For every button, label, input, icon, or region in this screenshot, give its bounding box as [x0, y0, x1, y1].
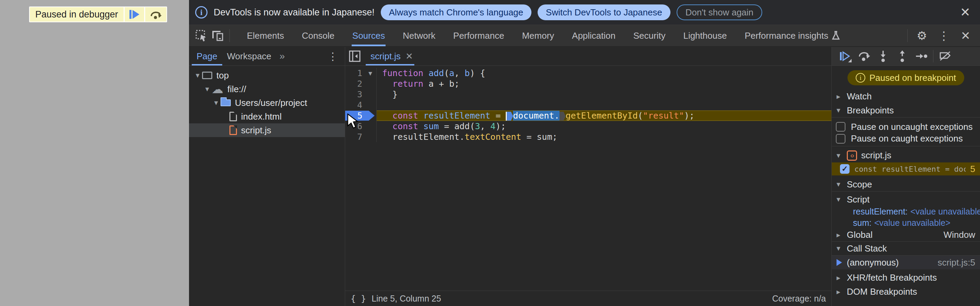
code-line-7[interactable]: 7 resultElement.textContent = sum;: [345, 132, 831, 142]
coverage-status: Coverage: n/a: [772, 294, 826, 304]
close-tab-icon[interactable]: ✕: [406, 51, 413, 62]
mouse-cursor: [347, 113, 360, 129]
step-button[interactable]: [912, 48, 931, 64]
code-text[interactable]: return a + b;: [377, 78, 831, 89]
line-number[interactable]: 7: [345, 132, 364, 142]
code-token: [382, 111, 392, 121]
tab-network[interactable]: Network: [394, 25, 444, 46]
breakpoint-group-script-js[interactable]: ▾ ‹› script.js: [832, 148, 980, 163]
scope-global-group[interactable]: ▸ Global Window: [832, 229, 980, 242]
checkbox-unchecked[interactable]: [836, 122, 845, 132]
close-devtools-icon[interactable]: ✕: [955, 29, 976, 43]
tree-item-script-js[interactable]: script.js: [189, 123, 345, 137]
more-tabs-icon[interactable]: »: [276, 51, 288, 62]
tab-elements[interactable]: Elements: [238, 25, 293, 46]
code-token: (: [444, 68, 449, 78]
kebab-menu-icon[interactable]: ⋮: [933, 29, 955, 43]
code-text[interactable]: function add(a, b) {: [377, 68, 831, 78]
step-out-button[interactable]: [892, 48, 912, 64]
tree-item-label: script.js: [241, 125, 271, 136]
expanded-arrow-icon: ▾: [837, 106, 847, 115]
inline-breakpoint-marker[interactable]: [507, 112, 513, 121]
code-text[interactable]: }: [377, 89, 831, 100]
tab-security[interactable]: Security: [625, 25, 675, 46]
scope-variable-resultelement[interactable]: resultElement: <value unavailable>: [832, 206, 980, 217]
tab-console[interactable]: Console: [293, 25, 343, 46]
code-line-1[interactable]: 1▼function add(a, b) {: [345, 68, 831, 78]
scope-variable-sum[interactable]: sum: <value unavailable>: [832, 217, 980, 229]
step-over-button[interactable]: [854, 48, 873, 64]
tab-lighthouse[interactable]: Lighthouse: [674, 25, 735, 46]
line-number[interactable]: 4: [345, 100, 364, 110]
toggle-device-toolbar-icon[interactable]: [210, 28, 226, 43]
pause-uncaught-exceptions-row[interactable]: Pause on uncaught exceptions: [832, 120, 980, 133]
pretty-print-icon[interactable]: { }: [351, 294, 366, 304]
navigator-kebab-icon[interactable]: ⋮: [324, 50, 342, 62]
code-text[interactable]: [377, 100, 831, 110]
deactivate-breakpoints-button[interactable]: [935, 48, 955, 64]
section-scope[interactable]: ▾ Scope: [832, 177, 980, 191]
code-line-4[interactable]: 4: [345, 100, 831, 110]
tab-performance-insights[interactable]: Performance insights: [736, 25, 849, 46]
code-line-6[interactable]: 6 const sum = add(3, 4);: [345, 121, 831, 132]
section-label: Call Stack: [847, 243, 887, 254]
line-number[interactable]: 2: [345, 78, 364, 89]
code-editor[interactable]: 1▼function add(a, b) {2 return a + b;3 }…: [345, 66, 831, 142]
always-match-language-button[interactable]: Always match Chrome's language: [381, 5, 531, 20]
tree-item-label: index.html: [241, 112, 282, 122]
resume-script-execution-button[interactable]: [835, 48, 854, 64]
expand-arrow-icon[interactable]: ▾: [203, 84, 212, 94]
devtools-screenshot: Paused in debugger i DevTools is now ava…: [0, 0, 980, 306]
editor-tab-script-js[interactable]: script.js ✕: [364, 47, 419, 65]
navigator-tab-workspace[interactable]: Workspace: [222, 47, 276, 65]
line-number[interactable]: 3: [345, 89, 364, 100]
tab-application[interactable]: Application: [563, 25, 624, 46]
tab-performance[interactable]: Performance: [444, 25, 513, 46]
section-call-stack[interactable]: ▾ Call Stack: [832, 242, 980, 256]
tab-memory[interactable]: Memory: [513, 25, 563, 46]
section-dom-breakpoints[interactable]: ▸ DOM Breakpoints: [832, 285, 980, 299]
infobar-close-icon[interactable]: ✕: [957, 5, 974, 19]
language-infobar: i DevTools is now available in Japanese!…: [189, 0, 980, 25]
section-watch[interactable]: ▸ Watch: [832, 89, 980, 104]
checkbox-unchecked[interactable]: [836, 134, 845, 143]
section-label: Breakpoints: [847, 105, 894, 116]
expand-arrow-icon[interactable]: ▾: [212, 98, 221, 107]
code-token: [382, 132, 392, 142]
settings-gear-icon[interactable]: ⚙: [911, 29, 932, 43]
call-stack-frame[interactable]: (anonymous) script.js:5: [832, 256, 980, 269]
tree-item-index-html[interactable]: index.html: [189, 110, 345, 123]
tree-item-label: file://: [228, 84, 246, 94]
step-into-button[interactable]: [873, 48, 892, 64]
breakpoint-entry[interactable]: ✓ const resultElement = doc⋯ 5: [832, 163, 980, 175]
code-line-2[interactable]: 2 return a + b;: [345, 78, 831, 89]
inline-breakpoint-marker[interactable]: [560, 112, 566, 121]
checkbox-checked[interactable]: ✓: [840, 164, 850, 174]
resume-script-button[interactable]: [125, 7, 144, 22]
tree-item-top[interactable]: ▾ top: [189, 69, 345, 82]
expand-arrow-icon[interactable]: ▾: [193, 71, 202, 80]
section-breakpoints[interactable]: ▾ Breakpoints: [832, 104, 980, 118]
code-line-5[interactable]: 5 const resultElement = document.getElem…: [345, 110, 831, 121]
hide-navigator-icon[interactable]: [345, 47, 364, 65]
inspect-element-icon[interactable]: [193, 28, 210, 43]
code-text[interactable]: resultElement.textContent = sum;: [377, 132, 831, 142]
paused-in-debugger-banner: Paused in debugger: [29, 6, 167, 22]
folder-icon: [221, 99, 231, 106]
pause-caught-exceptions-row[interactable]: Pause on caught exceptions: [832, 133, 980, 146]
code-text[interactable]: const sum = add(3, 4);: [377, 121, 831, 132]
dont-show-again-button[interactable]: Don't show again: [677, 5, 762, 20]
section-xhr-breakpoints[interactable]: ▸ XHR/fetch Breakpoints: [832, 271, 980, 285]
scope-script-group[interactable]: ▾ Script: [832, 193, 980, 206]
navigator-tab-page[interactable]: Page: [192, 47, 222, 65]
switch-to-japanese-button[interactable]: Switch DevTools to Japanese: [538, 5, 670, 20]
tree-item-file-origin[interactable]: ▾ ☁ file://: [189, 82, 345, 96]
code-text[interactable]: const resultElement = document.getElemen…: [377, 110, 831, 121]
code-token: resultElement.: [392, 132, 465, 142]
tab-sources[interactable]: Sources: [344, 25, 394, 46]
step-over-button[interactable]: [145, 7, 166, 22]
fold-arrow-icon[interactable]: ▼: [364, 68, 377, 78]
code-line-3[interactable]: 3 }: [345, 89, 831, 100]
line-number[interactable]: 1: [345, 68, 364, 78]
tree-item-project-folder[interactable]: ▾ Users/user/project: [189, 96, 345, 110]
